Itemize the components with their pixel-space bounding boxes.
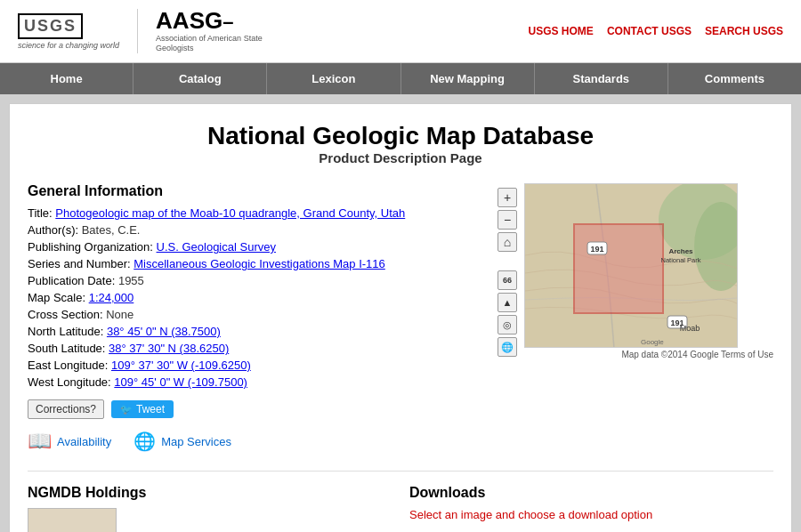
map-area: + − ⌂ 66 ▲ ◎ 🌐	[498, 183, 773, 359]
corrections-button[interactable]: Corrections?	[28, 399, 104, 419]
usgs-text: USGS	[24, 17, 77, 36]
north-lat-label: North Latitude:	[28, 325, 103, 338]
east-lon-value[interactable]: 109° 37' 30" W (-109.6250)	[111, 359, 251, 372]
west-lon-label: West Longitude:	[28, 375, 111, 389]
usgs-logo: USGS science for a changing world	[18, 13, 119, 50]
nav-new-mapping[interactable]: New Mapping	[401, 63, 535, 94]
header: USGS science for a changing world AASG –…	[0, 0, 801, 63]
zoom-in-button[interactable]: +	[498, 188, 517, 207]
svg-text:Arches: Arches	[668, 247, 693, 255]
ctrl-spacer	[498, 254, 517, 268]
content-area: General Information Title: Photogeologic…	[28, 183, 773, 453]
tweet-button[interactable]: 🐦 Tweet	[111, 400, 174, 418]
general-info-title: General Information	[28, 183, 480, 199]
map-controls: + − ⌂ 66 ▲ ◎ 🌐	[498, 183, 517, 359]
title-value[interactable]: Photogeologic map of the Moab-10 quadran…	[55, 206, 405, 220]
org-label: Publishing Organization:	[28, 240, 153, 254]
map-wrapper: 191 191 Arches National Park Moab Google	[524, 183, 773, 359]
availability-row: 📖 Availability 🌐 Map Services	[28, 430, 480, 453]
west-lon-row: West Longitude: 109° 45' 0" W (-109.7500…	[28, 375, 480, 389]
org-row: Publishing Organization: U.S. Geological…	[28, 240, 480, 254]
cross-section-row: Cross Section: None	[28, 308, 480, 321]
south-lat-label: South Latitude:	[28, 342, 105, 355]
page-subtitle: Product Description Page	[28, 150, 773, 165]
map-services-item[interactable]: 🌐 Map Services	[134, 431, 231, 452]
nav-lexicon[interactable]: Lexicon	[267, 63, 400, 94]
svg-text:Google: Google	[641, 338, 664, 346]
globe-icon: 🌐	[134, 431, 156, 452]
map-caption: Map data ©2014 Google Terms of Use	[524, 350, 773, 359]
cross-section-value: None	[106, 308, 134, 321]
twitter-bird-icon: 🐦	[120, 404, 133, 415]
nav-standards[interactable]: Standards	[535, 63, 668, 94]
tweet-label: Tweet	[136, 403, 165, 415]
svg-text:191: 191	[590, 245, 603, 254]
map-image[interactable]: 191 191 Arches National Park Moab Google	[524, 183, 738, 348]
series-row: Series and Number: Miscellaneous Geologi…	[28, 257, 480, 270]
holdings-section: NGMDB Holdings	[28, 485, 392, 532]
svg-text:Moab: Moab	[680, 324, 700, 333]
search-usgs-link[interactable]: SEARCH USGS	[705, 25, 783, 37]
holdings-thumbnail[interactable]	[28, 508, 117, 532]
title-row: Title: Photogeologic map of the Moab-10 …	[28, 206, 480, 220]
west-lon-value[interactable]: 109° 45' 0" W (-109.7500)	[114, 375, 247, 389]
map-services-link[interactable]: Map Services	[161, 435, 231, 448]
authors-value: Bates, C.E.	[82, 223, 141, 237]
page-title: National Geologic Map Database	[28, 122, 773, 150]
pub-date-label: Publication Date:	[28, 274, 115, 287]
scale-value[interactable]: 1:24,000	[89, 291, 134, 304]
usgs-home-link[interactable]: USGS HOME	[529, 25, 594, 37]
layers-button[interactable]: ◎	[498, 315, 517, 335]
authors-label: Author(s):	[28, 223, 78, 237]
title-label: Title:	[28, 206, 53, 220]
east-lon-row: East Longitude: 109° 37' 30" W (-109.625…	[28, 359, 480, 372]
navbar: Home Catalog Lexicon New Mapping Standar…	[0, 63, 801, 94]
usgs-tagline: science for a changing world	[18, 41, 119, 50]
svg-rect-3	[574, 224, 663, 313]
org-value[interactable]: U.S. Geological Survey	[157, 240, 276, 254]
contact-usgs-link[interactable]: CONTACT USGS	[607, 25, 692, 37]
logos: USGS science for a changing world AASG –…	[18, 9, 271, 53]
nav-catalog[interactable]: Catalog	[134, 63, 267, 94]
aasg-text: AASG	[156, 9, 222, 32]
bottom-area: NGMDB Holdings Downloads Select an image…	[28, 471, 773, 532]
series-value[interactable]: Miscellaneous Geologic Investigations Ma…	[134, 257, 385, 270]
south-lat-value[interactable]: 38° 37' 30" N (38.6250)	[109, 342, 229, 355]
earth-button[interactable]: 🌐	[498, 337, 517, 357]
right-panel: + − ⌂ 66 ▲ ◎ 🌐	[498, 183, 773, 453]
page-title-section: National Geologic Map Database Product D…	[28, 122, 773, 165]
aasg-logo: AASG – Association of American State Geo…	[156, 9, 271, 53]
downloads-title: Downloads	[409, 485, 773, 501]
north-lat-value[interactable]: 38° 45' 0" N (38.7500)	[107, 325, 221, 338]
cross-section-label: Cross Section:	[28, 308, 103, 321]
zoom-out-button[interactable]: −	[498, 210, 517, 230]
book-icon: 📖	[28, 430, 52, 453]
south-lat-row: South Latitude: 38° 37' 30" N (38.6250)	[28, 342, 480, 355]
home-button[interactable]: ⌂	[498, 232, 517, 252]
map-svg: 191 191 Arches National Park Moab Google	[525, 184, 738, 348]
left-panel: General Information Title: Photogeologic…	[28, 183, 480, 453]
action-buttons: Corrections? 🐦 Tweet	[28, 399, 480, 419]
scale-label: Map Scale:	[28, 291, 85, 304]
svg-text:National Park: National Park	[660, 256, 700, 264]
nav-home[interactable]: Home	[0, 63, 134, 94]
scale-row: Map Scale: 1:24,000	[28, 291, 480, 304]
downloads-section: Downloads Select an image and choose a d…	[409, 485, 773, 532]
east-lon-label: East Longitude:	[28, 359, 108, 372]
terrain-button[interactable]: ▲	[498, 293, 517, 312]
pub-date-value: 1955	[118, 274, 144, 287]
route-button[interactable]: 66	[498, 270, 517, 290]
series-label: Series and Number:	[28, 257, 131, 270]
pub-date-row: Publication Date: 1955	[28, 274, 480, 287]
top-nav: USGS HOME CONTACT USGS SEARCH USGS	[529, 25, 783, 37]
authors-row: Author(s): Bates, C.E.	[28, 223, 480, 237]
downloads-note: Select an image and choose a download op…	[409, 508, 773, 521]
aasg-subtitle: Association of American State Geologists	[156, 34, 271, 53]
north-lat-row: North Latitude: 38° 45' 0" N (38.7500)	[28, 325, 480, 338]
holdings-title: NGMDB Holdings	[28, 485, 392, 501]
logo-divider	[137, 9, 138, 53]
availability-item[interactable]: 📖 Availability	[28, 430, 111, 453]
availability-link[interactable]: Availability	[57, 435, 111, 448]
main-content: National Geologic Map Database Product D…	[9, 103, 792, 532]
nav-comments[interactable]: Comments	[668, 63, 801, 94]
